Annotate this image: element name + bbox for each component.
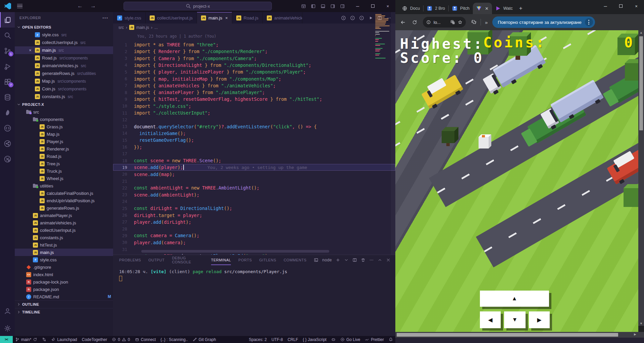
status-codetogether[interactable]: CodeTogether [80,336,109,343]
nav-back-icon[interactable] [341,15,346,20]
panel-tab-comments[interactable]: COMMENTS [284,255,306,265]
panel-tab-problems[interactable]: PROBLEMS [119,255,141,265]
browser-menu-icon[interactable] [585,18,593,26]
history-back-icon[interactable]: ← [77,3,83,9]
open-editor-item[interactable]: #style.csssrc [15,31,113,39]
editor-vertical-scrollbar[interactable] [391,12,395,255]
activity-item-share[interactable] [0,136,15,151]
tree-item[interactable]: npackage-lock.json [15,278,113,286]
kill-terminal-icon[interactable] [361,258,365,262]
status-gitgraph[interactable]: Git Graph [190,336,218,343]
restart-to-update-button[interactable]: Повторно стартиране за актуализиране [492,16,595,28]
status-copilot[interactable] [329,336,338,343]
activity-item-scm[interactable]: 1 [0,43,15,58]
breadcrumb-segment[interactable]: src [118,25,124,30]
open-editor-item[interactable]: JScollectUserInput.jssrc [15,39,113,46]
tree-item[interactable]: .gitignore [15,263,113,271]
control-down-button[interactable]: ▼ [504,311,526,328]
tree-item[interactable]: JSRenderer.js [15,145,113,153]
codelens-annotation[interactable]: You, 23 hours ago | 1 author (You) [137,34,216,39]
editor-tab-style.css[interactable]: #style.css [113,12,146,24]
layout-sidebar-icon[interactable] [311,4,316,9]
close-icon[interactable]: ✕ [485,6,489,11]
activity-item-search[interactable] [0,28,15,43]
split-terminal-icon[interactable] [352,258,357,262]
tree-item[interactable]: JSPlayer.js [15,138,113,145]
browser-maximize-button[interactable] [613,0,629,12]
breadcrumb-segment[interactable]: main.js [136,25,149,30]
open-editor-item[interactable]: ×JSmain.jssrc [15,46,113,54]
site-info-icon[interactable] [426,20,431,25]
customize-layout-icon[interactable] [301,4,306,9]
panel-tab-terminal[interactable]: TERMINAL [211,255,231,265]
layout-secondary-icon[interactable] [330,4,335,9]
panel-tab-output[interactable]: OUTPUT [148,255,164,265]
scroll-down-icon[interactable]: ▼ [638,322,644,325]
layout-right-icon[interactable] [340,4,345,9]
vscode-maximize-button[interactable] [365,0,380,12]
browser-tab-vite[interactable]: ✕ [473,3,492,14]
run-file-icon[interactable] [368,15,373,20]
tree-item[interactable]: JSTruck.js [15,167,113,175]
tree-item[interactable]: iREADME.mdM [15,293,113,300]
panel-tab-debug-console[interactable]: DEBUG CONSOLE [172,255,203,265]
activity-item-account[interactable] [0,303,15,318]
browser-close-button[interactable]: × [629,0,644,12]
tree-item[interactable]: JScollectUserInput.js [15,226,113,234]
breadcrumb-segment[interactable]: ... [154,25,158,30]
editor-horizontal-scrollbar[interactable] [141,250,329,253]
page-vertical-scrollbar[interactable]: ▲ ▼ [638,30,644,326]
overflow-chevrons-icon[interactable]: » [485,19,488,25]
editor-tab-animateVehicle[interactable]: JSanimateVehicle [263,12,302,24]
open-editors-header[interactable]: OPEN EDITORS [15,23,113,31]
address-bar[interactable]: lo... [423,17,466,28]
status-encoding[interactable]: UTF-8 [269,336,285,343]
control-right-button[interactable]: ▶ [529,311,550,328]
open-editor-item[interactable]: JSconstants.jssrc [15,93,113,100]
status-launchpad[interactable]: Launchpad [49,336,79,343]
extensions-puzzle-icon[interactable] [471,19,477,25]
status-compare[interactable] [40,336,49,343]
tree-item[interactable]: JSWheel.js [15,175,113,182]
status-branch[interactable]: main* [13,336,40,343]
status-eol[interactable]: CRLF [285,336,300,343]
scroll-right-icon[interactable]: ▶ [634,333,636,336]
tree-item[interactable]: JScalculateFinalPosition.js [15,189,113,197]
run-config-icon[interactable] [350,15,355,20]
activity-item-files[interactable] [0,12,15,28]
status-prettier[interactable]: Prettier [362,336,386,343]
tree-item[interactable]: #style.css [15,256,113,263]
activity-item-gear[interactable] [0,320,15,336]
close-icon[interactable]: × [225,15,228,20]
command-search-input[interactable]: project-x [123,2,272,10]
panel-tab-ports[interactable]: PORTS [238,255,252,265]
open-editor-item[interactable]: JSgenerateRows.jssrc\utilities [15,70,113,77]
new-tab-button[interactable]: + [516,4,526,13]
browser-tab-Pitch[interactable]: Pitch [449,3,473,14]
editor-tab-Road.js[interactable]: JSRoad.js [232,12,263,24]
vscode-minimize-button[interactable]: ─ [350,0,365,12]
tree-item[interactable]: src [15,108,113,116]
status-problems[interactable]: 00 [109,336,132,343]
status-remote[interactable]: >< [0,336,13,343]
terminal-dropdown-icon[interactable] [344,258,349,262]
status-golive[interactable]: Go Live [338,336,362,343]
open-editor-item[interactable]: JSRoad.jssrc\components [15,54,113,62]
bookmark-star-icon[interactable] [458,20,462,25]
minimap[interactable] [375,14,391,95]
close-panel-icon[interactable] [386,258,391,262]
menu-icon[interactable] [17,4,22,8]
activity-item-leaf[interactable] [0,105,15,120]
tree-item[interactable]: utilities [15,182,113,189]
tree-item[interactable]: JSmain.js [15,249,113,256]
activity-item-debug[interactable] [0,58,15,74]
activity-item-codecircle[interactable] [0,120,15,136]
page-horizontal-scrollbar[interactable]: ▶ [395,332,638,338]
vscode-close-button[interactable]: × [380,0,395,12]
scroll-up-icon[interactable]: ▲ [638,31,644,34]
activity-item-extensions[interactable]: 7 [0,74,15,89]
breadcrumb[interactable]: src›JSmain.js›... [113,24,395,31]
browser-minimize-button[interactable]: ─ [598,0,613,12]
outline-header[interactable]: OUTLINE [15,300,113,308]
control-up-button[interactable]: ▲ [480,291,549,307]
